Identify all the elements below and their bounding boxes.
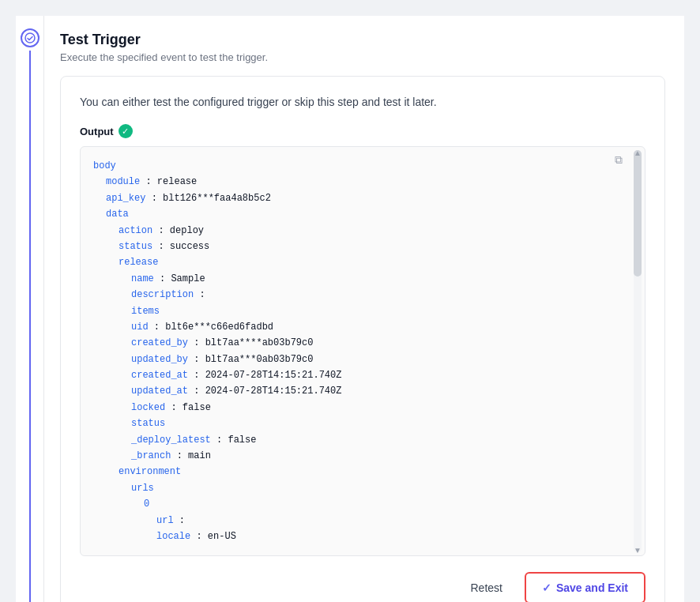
url-key: url — [156, 515, 174, 526]
zero-key: 0 — [144, 499, 149, 510]
api-key-value: blt126***faa4a8b5c2 — [163, 193, 271, 204]
scroll-up-arrow[interactable]: ▲ — [634, 147, 642, 158]
deploy-latest-key: _deploy_latest — [131, 435, 211, 446]
scrollbar-track — [634, 150, 642, 552]
locked-value: false — [183, 402, 211, 413]
status-key: status — [119, 241, 152, 252]
locale-line: locale : en-US — [156, 529, 632, 544]
locale-key: locale — [156, 531, 190, 542]
items-key: items — [131, 306, 160, 317]
created-by-value: blt7aa****ab03b79c0 — [205, 337, 314, 348]
created-by-line: created_by : blt7aa****ab03b79c0 — [131, 335, 632, 351]
items-line: items — [131, 303, 632, 319]
created-at-line: created_at : 2024-07-28T14:15:21.740Z — [131, 367, 632, 383]
output-header: Output ✓ — [80, 124, 645, 138]
action-key: action — [119, 225, 152, 236]
action-value: deploy — [170, 225, 204, 236]
locked-key: locked — [131, 402, 165, 413]
scroll-down-arrow[interactable]: ▼ — [634, 544, 642, 555]
output-section: Output ✓ ⧉ ▲ ▼ body module — [80, 124, 645, 556]
data-line: data — [106, 206, 632, 222]
output-scroll[interactable]: body module : release api_key : blt126**… — [81, 147, 645, 555]
release-key: release — [119, 257, 158, 268]
action-line: action : deploy — [119, 223, 632, 239]
branch-line: _branch : main — [131, 448, 632, 464]
uid-key: uid — [131, 322, 149, 333]
save-exit-button[interactable]: ✓ Save and Exit — [525, 572, 645, 602]
module-value: release — [157, 176, 197, 187]
created-at-key: created_at — [131, 370, 188, 381]
main-content: Test Trigger Execute the specified event… — [44, 16, 684, 602]
output-box: ⧉ ▲ ▼ body module : release — [80, 146, 645, 556]
branch-value: main — [188, 450, 211, 461]
retest-button[interactable]: Retest — [457, 575, 514, 600]
card-description: You can either test the configured trigg… — [80, 96, 645, 108]
save-exit-check-icon: ✓ — [542, 581, 551, 594]
module-key: module — [106, 176, 140, 187]
copy-button[interactable]: ⧉ — [615, 153, 623, 167]
description-line: description : — [131, 287, 632, 303]
save-exit-label: Save and Exit — [556, 581, 628, 594]
api-key-key: api_key — [106, 193, 145, 204]
module-line: module : release — [106, 174, 632, 190]
data-key: data — [106, 209, 129, 220]
uid-value: blt6e***c66ed6fadbd — [165, 322, 273, 333]
environment-key: environment — [119, 466, 181, 477]
updated-at-key: updated_at — [131, 386, 188, 397]
updated-at-value: 2024-07-28T14:15:21.740Z — [205, 386, 342, 397]
svg-point-0 — [25, 33, 35, 43]
updated-by-key: updated_by — [131, 354, 188, 365]
output-check-icon: ✓ — [119, 124, 133, 138]
status-value: success — [170, 241, 209, 252]
updated-at-line: updated_at : 2024-07-28T14:15:21.740Z — [131, 383, 632, 399]
updated-by-line: updated_by : blt7aa***0ab03b79c0 — [131, 352, 632, 367]
created-by-key: created_by — [131, 337, 188, 348]
body-key: body — [93, 160, 116, 171]
card: You can either test the configured trigg… — [60, 76, 665, 602]
status-line: status : success — [119, 239, 632, 254]
url-line: url : — [156, 513, 632, 529]
step-line — [29, 51, 31, 602]
status2-key: status — [131, 418, 165, 429]
name-value: Sample — [171, 273, 205, 284]
branch-key: _branch — [131, 450, 171, 461]
page-header: Test Trigger Execute the specified event… — [60, 32, 665, 63]
left-sidebar — [16, 16, 44, 602]
status2-line: status — [131, 416, 632, 431]
release-line: release — [119, 254, 632, 270]
scrollbar-thumb[interactable] — [634, 150, 642, 277]
page-subtitle: Execute the specified event to test the … — [60, 51, 665, 63]
locale-value: en-US — [208, 531, 236, 542]
description-key: description — [131, 289, 194, 300]
deploy-latest-line: _deploy_latest : false — [131, 432, 632, 448]
body-line: body — [93, 158, 632, 174]
footer: Retest ✓ Save and Exit — [80, 559, 645, 602]
page-title: Test Trigger — [60, 32, 665, 48]
zero-line: 0 — [144, 496, 632, 512]
step-circle — [21, 28, 40, 47]
output-label: Output — [80, 126, 114, 137]
deploy-latest-value: false — [228, 435, 256, 446]
created-at-value: 2024-07-28T14:15:21.740Z — [205, 370, 342, 381]
updated-by-value: blt7aa***0ab03b79c0 — [205, 354, 314, 365]
environment-line: environment — [119, 464, 632, 480]
name-line: name : Sample — [131, 271, 632, 287]
uid-line: uid : blt6e***c66ed6fadbd — [131, 319, 632, 335]
urls-key: urls — [131, 483, 154, 494]
name-key: name — [131, 273, 154, 284]
api-key-line: api_key : blt126***faa4a8b5c2 — [106, 190, 632, 206]
urls-line: urls — [131, 480, 632, 496]
locked-line: locked : false — [131, 400, 632, 416]
